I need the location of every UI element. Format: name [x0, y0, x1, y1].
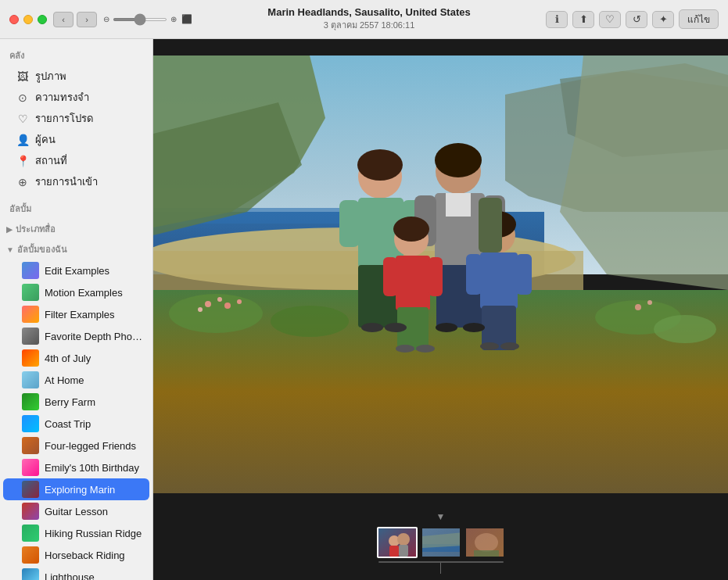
sidebar-item-favorites[interactable]: ♡ รายการโปรด	[3, 108, 149, 129]
svg-point-10	[169, 294, 263, 333]
share-button[interactable]: ⬆	[572, 11, 594, 28]
album-label-berry: Berry Farm	[45, 396, 143, 408]
sidebar-item-photos[interactable]: 🖼 รูปภาพ	[3, 66, 149, 87]
album-item-lighthouse[interactable]: Lighthouse	[3, 566, 149, 580]
imports-icon: ⊕	[16, 176, 30, 188]
maximize-button[interactable]	[38, 15, 47, 24]
album-label-lighthouse: Lighthouse	[45, 571, 143, 581]
svg-point-18	[237, 299, 242, 304]
disclosure-triangle-albums: ▼	[6, 245, 14, 254]
media-types-label: ประเภทสื่อ	[16, 222, 56, 236]
svg-point-59	[397, 533, 410, 546]
zoom-out-icon: ⊖	[103, 15, 109, 23]
album-item-four-legged[interactable]: Four-legged Friends	[3, 435, 149, 456]
filmstrip-thumb-3[interactable]	[464, 527, 505, 558]
album-item-edit-examples[interactable]: Edit Examples	[3, 260, 149, 281]
svg-point-15	[217, 297, 222, 302]
places-label: สถานที่	[35, 152, 143, 169]
imports-label: รายการนำเข้า	[35, 174, 143, 190]
info-button[interactable]: ℹ	[546, 11, 568, 28]
edit-button[interactable]: แก้ไข	[679, 9, 719, 29]
photos-icon: 🖼	[16, 70, 30, 83]
album-thumb-july	[22, 349, 39, 367]
favorites-label: รายการโปรด	[35, 110, 143, 127]
album-label-emily: Emily's 10th Birthday	[45, 462, 143, 474]
album-item-guitar-lesson[interactable]: Guitar Lesson	[3, 500, 149, 522]
nav-forward-button[interactable]: ›	[77, 12, 97, 27]
filmstrip-thumb-1[interactable]	[377, 527, 418, 558]
my-albums-disclosure[interactable]: ▼ อัลบั้มของฉัน	[0, 239, 152, 260]
filmstrip-area: ▼	[153, 510, 728, 580]
svg-point-52	[480, 342, 499, 350]
svg-rect-30	[446, 193, 471, 217]
photos-label: รูปภาพ	[35, 68, 143, 84]
album-label-fourlegged: Four-legged Friends	[45, 440, 143, 452]
favorites-icon: ♡	[16, 113, 30, 125]
svg-point-13	[654, 315, 716, 343]
main-photo[interactable]	[153, 39, 728, 510]
svg-rect-44	[516, 254, 532, 295]
sidebar-item-imports[interactable]: ⊕ รายการนำเข้า	[3, 171, 149, 192]
media-types-disclosure[interactable]: ▶ ประเภทสื่อ	[0, 219, 152, 239]
people-icon: 👤	[16, 134, 30, 146]
album-thumb-fourlegged	[22, 437, 39, 454]
album-label-filter: Filter Examples	[45, 309, 143, 320]
close-button[interactable]	[9, 15, 19, 24]
album-thumb-filter	[22, 306, 39, 323]
filmstrip-collapse-arrow[interactable]: ▼	[436, 510, 446, 524]
svg-point-53	[500, 342, 519, 350]
sidebar-item-memories[interactable]: ⊙ ความทรงจำ	[3, 87, 149, 108]
zoom-slider[interactable]	[113, 18, 167, 21]
album-thumb-hiking	[22, 525, 39, 542]
album-item-hiking[interactable]: Hiking Russian Ridge	[3, 522, 149, 544]
svg-point-46	[361, 323, 383, 332]
minimize-button[interactable]	[23, 15, 33, 24]
album-thumb-exploring	[22, 481, 39, 498]
sidebar-item-places[interactable]: 📍 สถานที่	[3, 150, 149, 171]
filmstrip-thumb-2[interactable]	[421, 527, 461, 558]
svg-point-14	[205, 301, 211, 307]
photo-svg	[153, 39, 728, 510]
my-albums-label: อัลบั้มของฉัน	[17, 242, 67, 256]
album-item-july[interactable]: 4th of July	[3, 347, 149, 369]
album-item-favorite-depth[interactable]: Favorite Depth Photos	[3, 325, 149, 347]
albums-section-label: อัลบั้ม	[0, 192, 152, 219]
svg-point-17	[198, 307, 203, 312]
album-item-horseback[interactable]: Horseback Riding	[3, 544, 149, 566]
album-label-july: 4th of July	[45, 353, 143, 364]
zoom-in-icon: ⊕	[170, 15, 177, 23]
memories-label: ความทรงจำ	[35, 89, 143, 106]
album-thumb-horseback	[22, 546, 39, 564]
svg-point-20	[647, 300, 652, 305]
photo-area: ▼	[153, 39, 728, 580]
svg-point-11	[271, 306, 349, 337]
nav-back-button[interactable]: ‹	[53, 12, 74, 27]
album-label-hiking: Hiking Russian Ridge	[45, 528, 143, 539]
svg-point-49	[463, 323, 485, 332]
rotate-button[interactable]: ↺	[626, 11, 647, 28]
favorite-button[interactable]: ♡	[599, 11, 621, 28]
titlebar-right: ℹ ⬆ ♡ ↺ ✦ แก้ไข	[546, 9, 719, 29]
nav-buttons: ‹ ›	[53, 12, 97, 27]
svg-rect-66	[474, 550, 499, 558]
album-thumb-emily	[22, 459, 39, 476]
filmstrip-indicator	[440, 563, 441, 574]
sidebar-item-people[interactable]: 👤 ผู้คน	[3, 129, 149, 150]
album-item-coast-trip[interactable]: Coast Trip	[3, 413, 149, 435]
album-label-home: At Home	[45, 374, 143, 386]
library-section-label: คลัง	[0, 39, 152, 66]
titlebar: ‹ › ⊖ ⊕ ⬛ Marin Headlands, Sausalito, Un…	[0, 0, 728, 39]
album-item-exploring-marin[interactable]: Exploring Marin	[3, 478, 149, 500]
album-label-depth: Favorite Depth Photos	[45, 331, 143, 342]
svg-rect-42	[480, 252, 518, 309]
titlebar-left: ‹ › ⊖ ⊕ ⬛	[9, 12, 192, 27]
album-item-at-home[interactable]: At Home	[3, 369, 149, 391]
titlebar-center: Marin Headlands, Sausalito, United State…	[192, 6, 546, 32]
disclosure-triangle-media: ▶	[6, 225, 13, 234]
album-item-filter-examples[interactable]: Filter Examples	[3, 303, 149, 325]
album-item-emily-birthday[interactable]: Emily's 10th Birthday	[3, 456, 149, 478]
album-item-berry-farm[interactable]: Berry Farm	[3, 391, 149, 413]
album-label-edit: Edit Examples	[45, 265, 143, 277]
album-item-motion-examples[interactable]: Motion Examples	[3, 281, 149, 303]
adjust-button[interactable]: ✦	[652, 11, 674, 28]
